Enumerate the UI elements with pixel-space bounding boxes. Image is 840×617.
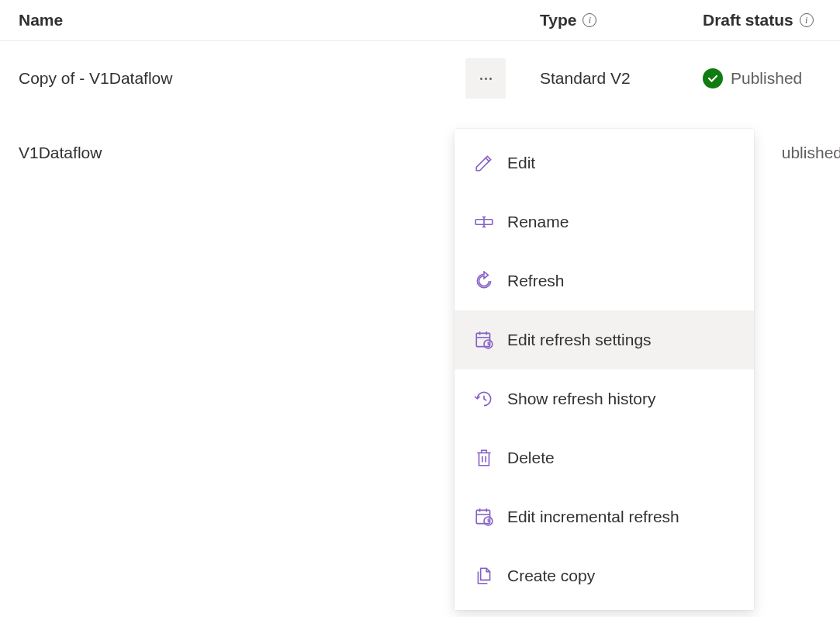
menu-item-delete[interactable]: Delete [455, 428, 754, 487]
status-text: ublished [782, 144, 840, 162]
column-header-status[interactable]: Draft status i [703, 11, 840, 29]
info-icon[interactable]: i [800, 13, 814, 27]
pencil-icon [473, 152, 495, 174]
menu-label: Refresh [507, 272, 565, 290]
dataflow-name: V1Dataflow [19, 144, 102, 162]
checkmark-icon [703, 68, 723, 88]
column-header-name[interactable]: Name [0, 11, 540, 29]
status-text: Published [731, 69, 802, 88]
row-type: Standard V2 [509, 69, 703, 88]
refresh-icon [473, 270, 495, 292]
menu-label: Edit incremental refresh [507, 508, 679, 526]
trash-icon [473, 447, 495, 469]
menu-item-rename[interactable]: Rename [455, 192, 754, 251]
table-header: Name Type i Draft status i [0, 0, 840, 41]
dataflow-name: Copy of - V1Dataflow [19, 69, 172, 88]
row-name: V1Dataflow [0, 144, 462, 162]
row-actions [462, 58, 509, 99]
menu-label: Edit [507, 154, 535, 172]
menu-label: Rename [507, 213, 569, 231]
row-name: Copy of - V1Dataflow [0, 69, 462, 88]
menu-label: Show refresh history [507, 390, 655, 408]
row-status: Published [703, 68, 840, 88]
menu-item-edit-refresh-settings[interactable]: Edit refresh settings [455, 310, 754, 369]
context-menu: Edit Rename Refresh Edit refresh setting… [455, 129, 754, 610]
menu-item-show-refresh-history[interactable]: Show refresh history [455, 369, 754, 428]
calendar-clock-icon [473, 329, 495, 351]
ellipsis-icon [480, 78, 492, 80]
menu-item-edit-incremental-refresh[interactable]: Edit incremental refresh [455, 487, 754, 546]
calendar-clock-icon [473, 506, 495, 528]
rename-icon [473, 211, 495, 233]
column-status-label: Draft status [703, 11, 793, 29]
history-icon [473, 388, 495, 410]
column-type-label: Type [540, 11, 576, 29]
dataflow-type: Standard V2 [540, 69, 631, 88]
menu-label: Create copy [507, 567, 595, 585]
menu-label: Edit refresh settings [507, 331, 652, 349]
table-row[interactable]: Copy of - V1Dataflow Standard V2 Publish… [0, 41, 840, 116]
info-icon[interactable]: i [582, 13, 596, 27]
copy-icon [473, 565, 495, 587]
more-actions-button[interactable] [465, 58, 506, 99]
menu-label: Delete [507, 449, 555, 467]
menu-item-create-copy[interactable]: Create copy [455, 546, 754, 605]
column-header-type[interactable]: Type i [540, 11, 703, 29]
column-name-label: Name [19, 11, 63, 29]
menu-item-refresh[interactable]: Refresh [455, 251, 754, 310]
menu-item-edit[interactable]: Edit [455, 133, 754, 192]
